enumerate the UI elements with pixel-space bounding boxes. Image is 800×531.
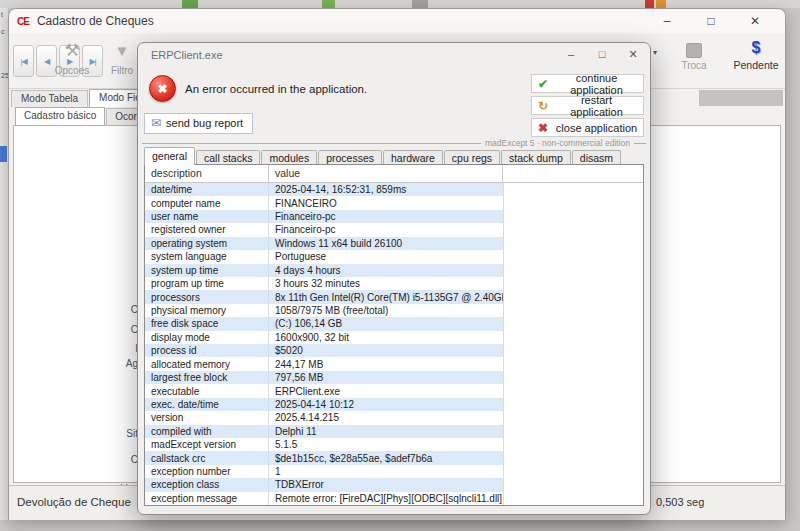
row-value: 2025-04-14, 16:52:31, 859ms bbox=[269, 183, 503, 196]
dialog-action-button[interactable]: ↻ restart application bbox=[531, 96, 644, 115]
dialog-title: ERPClient.exe bbox=[151, 49, 223, 61]
table-row: system language Portuguese bbox=[145, 250, 643, 263]
troca-label: Troca bbox=[669, 60, 719, 71]
mode-tab[interactable]: Modo Tabela bbox=[11, 90, 88, 107]
row-filler bbox=[503, 237, 643, 250]
title-bar: CE Cadastro de Cheques – □ ✕ bbox=[9, 9, 785, 33]
dialog-action-button[interactable]: ✖ close application bbox=[531, 118, 644, 137]
row-filler bbox=[503, 425, 643, 438]
row-description: user name bbox=[145, 210, 269, 223]
form-label-fragment: C bbox=[94, 324, 138, 335]
minimize-button[interactable]: – bbox=[645, 9, 689, 33]
row-filler bbox=[503, 371, 643, 384]
send-bug-report-label: send bug report bbox=[166, 117, 243, 129]
row-filler bbox=[503, 357, 643, 370]
table-row: computer name FINANCEIRO bbox=[145, 196, 643, 209]
dialog-action-buttons: ✔ continue application ↻ restart applica… bbox=[531, 74, 644, 137]
dialog-tab[interactable]: processes bbox=[318, 150, 382, 165]
table-row: exception class TDBXError bbox=[145, 478, 643, 491]
dialog-tab[interactable]: stack dump bbox=[501, 150, 571, 165]
row-value: 2025.4.14.215 bbox=[269, 411, 503, 424]
erpclient-error-dialog: ERPClient.exe – □ ✕ ✖ An error occurred … bbox=[137, 42, 651, 515]
row-description: date/time bbox=[145, 183, 269, 196]
dialog-tab[interactable]: call stacks bbox=[196, 150, 260, 165]
row-description: exception class bbox=[145, 478, 269, 491]
header-value: value bbox=[269, 165, 503, 182]
minimize-button[interactable]: – bbox=[562, 45, 580, 63]
row-value: 1600x900, 32 bit bbox=[269, 331, 503, 344]
row-value: 8x 11th Gen Intel(R) Core(TM) i5-1135G7 … bbox=[269, 290, 503, 303]
maximize-button[interactable]: □ bbox=[689, 9, 733, 33]
row-value: ERPClient.exe bbox=[269, 384, 503, 397]
row-description: largest free block bbox=[145, 371, 269, 384]
screen: tc25 CE Cadastro de Cheques – □ ✕ |◀◀▶▶|… bbox=[0, 0, 800, 531]
troca-button[interactable]: Troca bbox=[669, 40, 719, 71]
sub-tab[interactable]: Cadastro básico bbox=[15, 107, 105, 125]
elapsed-time: 0,503 seg bbox=[656, 496, 704, 508]
background-window-strip bbox=[0, 0, 800, 8]
row-value: 244,17 MB bbox=[269, 357, 503, 370]
pendente-button[interactable]: $ Pendente bbox=[731, 39, 781, 71]
row-value: 797,56 MB bbox=[269, 371, 503, 384]
table-row: processors 8x 11th Gen Intel(R) Core(TM)… bbox=[145, 290, 643, 303]
form-label-fragment: Ag bbox=[94, 358, 138, 369]
row-filler bbox=[503, 304, 643, 317]
form-label-fragment: C bbox=[94, 454, 138, 465]
row-description: exception number bbox=[145, 465, 269, 478]
maximize-button[interactable]: □ bbox=[593, 45, 611, 63]
send-bug-report-button[interactable]: ✉ send bug report bbox=[144, 113, 253, 134]
row-value: $5020 bbox=[269, 344, 503, 357]
background-icon-fragment bbox=[412, 0, 428, 8]
app-logo-icon: CE bbox=[17, 16, 29, 27]
action-label: close application bbox=[554, 122, 643, 134]
close-icon[interactable]: ✕ bbox=[624, 45, 642, 63]
background-selection-fragment bbox=[0, 146, 7, 162]
row-value: 3 hours 32 minutes bbox=[269, 277, 503, 290]
row-description: computer name bbox=[145, 196, 269, 209]
row-description: system language bbox=[145, 250, 269, 263]
dialog-tab[interactable]: general bbox=[144, 147, 195, 165]
divider-line bbox=[142, 143, 481, 144]
table-row: program up time 3 hours 32 minutes bbox=[145, 277, 643, 290]
row-value: Financeiro-pc bbox=[269, 210, 503, 223]
action-label: continue application bbox=[554, 72, 643, 96]
row-filler bbox=[503, 478, 643, 491]
dialog-tab[interactable]: hardware bbox=[383, 150, 443, 165]
row-filler bbox=[503, 492, 643, 505]
troca-icon bbox=[686, 43, 702, 58]
row-value: Remote error: [FireDAC][Phys][ODBC][sqln… bbox=[269, 492, 503, 505]
close-button[interactable]: ✕ bbox=[733, 9, 777, 33]
header-filler bbox=[503, 165, 643, 182]
window-title: Cadastro de Cheques bbox=[37, 14, 154, 28]
row-filler bbox=[503, 344, 643, 357]
row-value: 4 days 4 hours bbox=[269, 264, 503, 277]
table-row: compiled with Delphi 11 bbox=[145, 425, 643, 438]
row-value: 1058/7975 MB (free/total) bbox=[269, 304, 503, 317]
opcoes-button[interactable]: ⚒ Opcoes bbox=[45, 39, 99, 76]
row-description: operating system bbox=[145, 237, 269, 250]
table-row: physical memory 1058/7975 MB (free/total… bbox=[145, 304, 643, 317]
dialog-tab[interactable]: modules bbox=[261, 150, 317, 165]
form-label-fragment: C bbox=[94, 304, 138, 315]
dialog-tab[interactable]: cpu regs bbox=[444, 150, 500, 165]
nav-arrow-button[interactable]: |◀ bbox=[13, 45, 34, 77]
row-value: 2025-04-14 10:12 bbox=[269, 398, 503, 411]
row-filler bbox=[503, 331, 643, 344]
table-row: free disk space (C:) 106,14 GB bbox=[145, 317, 643, 330]
table-row: display mode 1600x900, 32 bit bbox=[145, 331, 643, 344]
table-row: exec. date/time 2025-04-14 10:12 bbox=[145, 398, 643, 411]
table-row: executable ERPClient.exe bbox=[145, 384, 643, 397]
dialog-action-button[interactable]: ✔ continue application bbox=[531, 74, 644, 93]
row-value: TDBXError bbox=[269, 478, 503, 491]
row-value: Delphi 11 bbox=[269, 425, 503, 438]
row-value: FINANCEIRO bbox=[269, 196, 503, 209]
row-description: executable bbox=[145, 384, 269, 397]
action-icon: ✖ bbox=[532, 121, 554, 135]
dialog-tab[interactable]: disasm bbox=[572, 150, 621, 165]
action-icon: ✔ bbox=[532, 77, 554, 91]
row-filler bbox=[503, 210, 643, 223]
table-row: system up time 4 days 4 hours bbox=[145, 264, 643, 277]
background-icon-fragment bbox=[645, 0, 654, 8]
row-description: compiled with bbox=[145, 425, 269, 438]
tools-icon: ⚒ bbox=[45, 39, 99, 63]
